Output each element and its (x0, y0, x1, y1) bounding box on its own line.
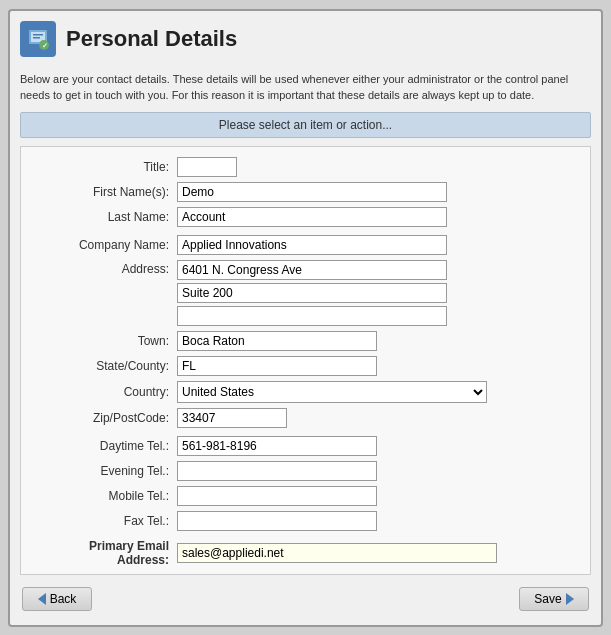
company-name-row: Company Name: (37, 235, 574, 255)
country-label: Country: (37, 385, 177, 399)
first-name-row: First Name(s): (37, 182, 574, 202)
fax-tel-label: Fax Tel.: (37, 514, 177, 528)
page-icon: ✓ (20, 21, 56, 57)
address-stack (177, 260, 447, 326)
mobile-tel-input[interactable] (177, 486, 377, 506)
back-button[interactable]: Back (22, 587, 92, 611)
address-label: Address: (37, 260, 177, 276)
page-description: Below are your contact details. These de… (20, 71, 591, 104)
first-name-input[interactable] (177, 182, 447, 202)
svg-rect-2 (33, 34, 43, 36)
state-label: State/County: (37, 359, 177, 373)
svg-text:✓: ✓ (42, 42, 48, 49)
daytime-tel-row: Daytime Tel.: (37, 436, 574, 456)
back-arrow-icon (38, 593, 46, 605)
title-input[interactable] (177, 157, 237, 177)
primary-email-label: Primary Email Address: (37, 539, 177, 567)
svg-rect-3 (33, 37, 40, 39)
town-row: Town: (37, 331, 574, 351)
country-select[interactable]: United States United Kingdom Canada Aust… (177, 381, 487, 403)
fax-tel-input[interactable] (177, 511, 377, 531)
town-input[interactable] (177, 331, 377, 351)
address2-input[interactable] (177, 283, 447, 303)
secondary-email-row: Secondary Email Address: (37, 572, 574, 575)
town-label: Town: (37, 334, 177, 348)
page-title: Personal Details (66, 26, 237, 52)
mobile-tel-label: Mobile Tel.: (37, 489, 177, 503)
address3-input[interactable] (177, 306, 447, 326)
evening-tel-input[interactable] (177, 461, 377, 481)
address1-input[interactable] (177, 260, 447, 280)
save-arrow-icon (566, 593, 574, 605)
main-window: ✓ Personal Details Below are your contac… (8, 9, 603, 627)
form-area: Title: First Name(s): Last Name: Company… (20, 146, 591, 575)
zip-label: Zip/PostCode: (37, 411, 177, 425)
zip-row: Zip/PostCode: (37, 408, 574, 428)
mobile-tel-row: Mobile Tel.: (37, 486, 574, 506)
company-name-input[interactable] (177, 235, 447, 255)
country-row: Country: United States United Kingdom Ca… (37, 381, 574, 403)
primary-email-input[interactable] (177, 543, 497, 563)
evening-tel-row: Evening Tel.: (37, 461, 574, 481)
save-button[interactable]: Save (519, 587, 589, 611)
status-bar: Please select an item or action... (20, 112, 591, 138)
last-name-row: Last Name: (37, 207, 574, 227)
title-row: Title: (37, 157, 574, 177)
fax-tel-row: Fax Tel.: (37, 511, 574, 531)
header: ✓ Personal Details (20, 21, 591, 63)
footer: Back Save (20, 583, 591, 615)
state-row: State/County: (37, 356, 574, 376)
save-label: Save (534, 592, 561, 606)
secondary-email-label: Secondary Email Address: (37, 572, 177, 575)
state-input[interactable] (177, 356, 377, 376)
last-name-input[interactable] (177, 207, 447, 227)
back-label: Back (50, 592, 77, 606)
last-name-label: Last Name: (37, 210, 177, 224)
zip-input[interactable] (177, 408, 287, 428)
address-row: Address: (37, 260, 574, 326)
evening-tel-label: Evening Tel.: (37, 464, 177, 478)
daytime-tel-label: Daytime Tel.: (37, 439, 177, 453)
primary-email-row: Primary Email Address: (37, 539, 574, 567)
daytime-tel-input[interactable] (177, 436, 377, 456)
first-name-label: First Name(s): (37, 185, 177, 199)
company-name-label: Company Name: (37, 238, 177, 252)
title-label: Title: (37, 160, 177, 174)
